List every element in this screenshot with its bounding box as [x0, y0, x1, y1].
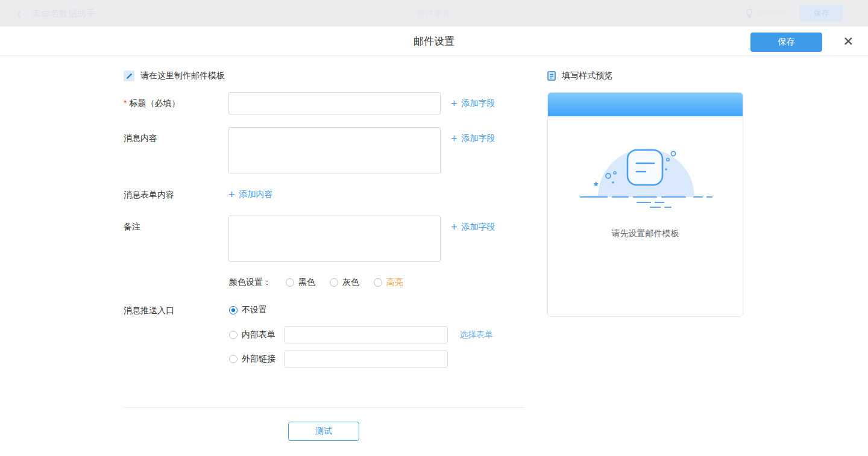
preview-card-header [548, 93, 743, 116]
remark-textarea[interactable] [228, 216, 441, 262]
topbar: ‹ 未命名数据助手 控件事件 新手引导 保存 [0, 0, 868, 27]
remark-field-label: 备注 [124, 216, 140, 238]
title-input[interactable] [228, 92, 441, 114]
document-icon [547, 71, 556, 81]
title-field-label: *标题（必填） [124, 92, 180, 114]
empty-state-illustration [578, 142, 713, 213]
radio-icon[interactable] [286, 278, 294, 287]
color-setting-row: 颜色设置： 黑色 灰色 高亮 [229, 277, 403, 288]
push-option-internal-form-row: 内部表单 选择表单 [229, 326, 493, 343]
preview-card-body: 请先设置邮件模板 [548, 116, 743, 317]
template-section-title: 请在这里制作邮件模板 [140, 70, 225, 81]
push-option-external-link[interactable]: 外部链接 [229, 354, 275, 364]
push-option-internal-form[interactable]: 内部表单 [229, 330, 275, 340]
color-option-black[interactable]: 黑色 [286, 277, 315, 288]
select-form-link[interactable]: 选择表单 [459, 330, 493, 340]
push-entry-label: 消息推送入口 [124, 305, 174, 315]
required-mark: * [124, 98, 127, 108]
modal-header: 邮件设置 保存 ✕ [0, 27, 868, 56]
modal-title: 邮件设置 [0, 27, 868, 56]
color-setting-label: 颜色设置： [229, 277, 271, 288]
radio-selected-icon[interactable] [229, 306, 237, 314]
topbar-center-title: 控件事件 [0, 0, 868, 27]
radio-icon[interactable] [330, 278, 338, 287]
guide-link: 新手引导 [745, 8, 788, 19]
plus-icon: + [451, 222, 458, 233]
plus-icon: + [228, 189, 235, 200]
radio-icon[interactable] [229, 355, 237, 363]
bulb-icon [745, 8, 753, 18]
preview-section-title: 填写样式预览 [562, 70, 612, 81]
template-section-header: 请在这里制作邮件模板 [124, 70, 225, 81]
topbar-save-button: 保存 [800, 5, 843, 22]
radio-icon[interactable] [374, 278, 382, 287]
color-option-gray[interactable]: 灰色 [330, 277, 359, 288]
close-icon[interactable]: ✕ [843, 34, 854, 49]
divider [124, 407, 523, 408]
push-option-external-link-row: 外部链接 [229, 351, 448, 367]
content-add-field-link[interactable]: + 添加字段 [451, 127, 495, 149]
preview-empty-text: 请先设置邮件模板 [612, 228, 679, 239]
plus-icon: + [451, 98, 458, 109]
remark-add-field-link[interactable]: + 添加字段 [451, 216, 495, 238]
test-button[interactable]: 测试 [288, 422, 359, 441]
plus-icon: + [451, 133, 458, 144]
color-option-highlight[interactable]: 高亮 [374, 277, 403, 288]
external-link-input[interactable] [284, 351, 448, 367]
form-content-label: 消息表单内容 [124, 188, 174, 201]
email-settings-modal: 邮件设置 保存 ✕ 请在这里制作邮件模板 *标题（必填） + 添加字段 消息内容… [0, 27, 868, 456]
radio-icon[interactable] [229, 331, 237, 339]
preview-section-header: 填写样式预览 [547, 70, 612, 81]
modal-body: 请在这里制作邮件模板 *标题（必填） + 添加字段 消息内容 + 添加字段 消息… [0, 56, 868, 455]
add-content-link[interactable]: + 添加内容 [228, 188, 273, 201]
title-add-field-link[interactable]: + 添加字段 [451, 92, 495, 114]
pencil-icon [124, 70, 134, 81]
push-option-none[interactable]: 不设置 [229, 305, 267, 316]
preview-card: 请先设置邮件模板 [547, 92, 743, 317]
internal-form-input[interactable] [284, 326, 448, 343]
save-button[interactable]: 保存 [750, 33, 822, 52]
content-field-label: 消息内容 [124, 127, 157, 149]
guide-label: 新手引导 [756, 8, 788, 19]
content-textarea[interactable] [228, 127, 441, 173]
